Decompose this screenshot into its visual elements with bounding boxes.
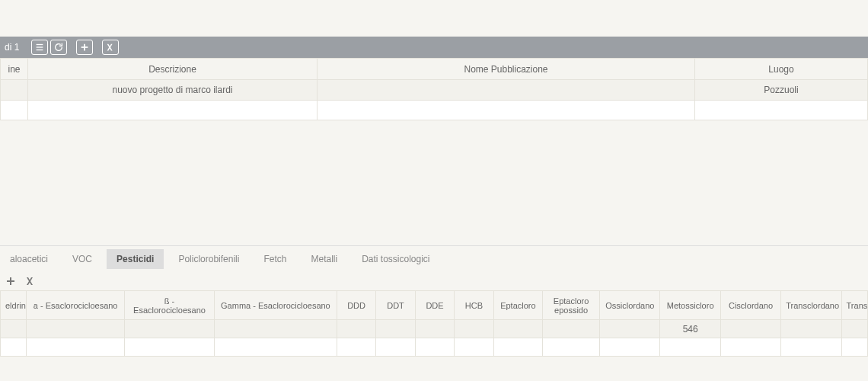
tab-pesticidi[interactable]: Pesticidi [107,249,164,269]
detail-cell-transclordano[interactable] [781,320,841,338]
detail-add-button[interactable] [5,275,17,287]
main-table: ine Descrizione Nome Pubblicazione Luogo… [0,58,868,120]
detail-cell-ossiclordano[interactable] [600,320,660,338]
detail-cell-cisclordano[interactable] [720,320,780,338]
main-cell-descrizione[interactable]: nuovo progetto di marco ilardi [28,80,318,101]
excel-icon [24,275,37,287]
tabs-row: aloacetici VOC Pesticidi Policlorobifeni… [0,245,868,272]
tab-aloacetici[interactable]: aloacetici [0,249,58,269]
main-header-col1[interactable]: ine [1,59,28,80]
detail-header-eptacloro-ep[interactable]: Eptacloro epossido [543,291,600,320]
export-excel-button[interactable] [102,40,119,55]
main-cell-nome-pubblicazione[interactable] [318,80,695,101]
detail-header-cisclordano[interactable]: Cisclordano [720,291,780,320]
detail-export-button[interactable] [24,275,37,287]
detail-header-eldrin[interactable]: eldrin [1,291,27,320]
spacer [0,120,868,245]
detail-header-hcb[interactable]: HCB [455,291,493,320]
detail-cell-ddd[interactable] [337,320,375,338]
detail-cell-eptacloro[interactable] [493,320,542,338]
main-cell-luogo[interactable]: Pozzuoli [695,80,868,101]
detail-header-dde[interactable]: DDE [415,291,454,320]
tab-fetch[interactable]: Fetch [254,249,296,269]
detail-cell-hcb[interactable] [455,320,493,338]
refresh-button[interactable] [50,40,67,55]
detail-header-gamma[interactable]: Gamma - Esaclorocicloesano [214,291,337,320]
detail-header-transclordano[interactable]: Transclordano [781,291,841,320]
detail-header-ddt[interactable]: DDT [376,291,415,320]
main-table-header-row: ine Descrizione Nome Pubblicazione Luogo [1,59,868,80]
list-icon [34,42,45,53]
detail-table: eldrin a - Esaclorocicloesano ß - Esaclo… [0,290,868,357]
detail-cell-dde[interactable] [415,320,454,338]
detail-blank-row [1,338,868,357]
main-cell-ine[interactable] [1,80,28,101]
main-header-luogo[interactable]: Luogo [695,59,868,80]
detail-header-eptacloro[interactable]: Eptacloro [493,291,542,320]
detail-cell-gamma[interactable] [214,320,337,338]
detail-cell-ddt[interactable] [376,320,415,338]
detail-toolbar [0,272,868,290]
tab-dati-tossicologici[interactable]: Dati tossicologici [352,249,439,269]
detail-header-row: eldrin a - Esaclorocicloesano ß - Esaclo… [1,291,868,320]
icon-group-add [76,40,93,55]
icon-group-view [31,40,67,55]
tab-metalli[interactable]: Metalli [301,249,347,269]
main-toolbar: di 1 [0,37,868,58]
detail-header-b-esa[interactable]: ß - Esaclorocicloesano [125,291,215,320]
detail-cell-a-esa[interactable] [27,320,125,338]
detail-cell-eldrin[interactable] [1,320,27,338]
detail-cell-eptacloro-ep[interactable] [543,320,600,338]
refresh-icon [53,42,64,53]
detail-cell-b-esa[interactable] [125,320,215,338]
detail-header-ossiclordano[interactable]: Ossiclordano [600,291,660,320]
paging-label: di 1 [5,42,19,53]
main-header-nome-pubblicazione[interactable]: Nome Pubblicazione [318,59,695,80]
main-table-row[interactable]: nuovo progetto di marco ilardi Pozzuoli [1,80,868,101]
tab-policlorobifenili[interactable]: Policlorobifenili [168,249,249,269]
detail-table-row[interactable]: 546 [1,320,868,338]
add-button[interactable] [76,40,93,55]
tab-voc[interactable]: VOC [62,249,102,269]
detail-header-trans[interactable]: Trans [841,291,867,320]
detail-header-metossicloro[interactable]: Metossicloro [660,291,720,320]
excel-icon [105,42,116,53]
detail-cell-trans[interactable] [841,320,867,338]
main-header-descrizione[interactable]: Descrizione [28,59,318,80]
icon-group-export [102,40,119,55]
plus-icon [79,42,90,53]
detail-header-ddd[interactable]: DDD [337,291,375,320]
plus-icon [5,275,17,287]
main-table-blank-row [1,101,868,120]
detail-cell-metossicloro[interactable]: 546 [660,320,720,338]
detail-header-a-esa[interactable]: a - Esaclorocicloesano [27,291,125,320]
list-view-button[interactable] [31,40,48,55]
